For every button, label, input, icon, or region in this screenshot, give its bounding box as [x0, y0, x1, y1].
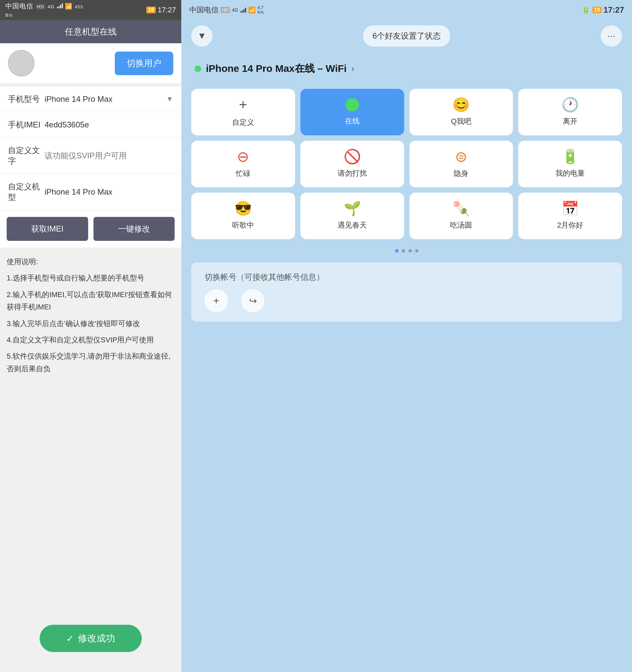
online-indicator [195, 66, 201, 72]
spring-icon: 🌱 [344, 201, 361, 216]
tangyuan-icon: 🍡 [453, 201, 470, 216]
check-icon: ✓ [66, 633, 74, 644]
clock-icon: 🕐 [561, 98, 579, 112]
imei-label: 手机IMEI [8, 119, 45, 130]
top-bar: ▼ 6个好友设置了状态 ··· [181, 20, 632, 52]
busy-icon: ⊖ [237, 149, 249, 164]
success-button[interactable]: ✓ 修改成功 [40, 625, 142, 652]
battery-area-left: 19 17:27 [146, 6, 176, 14]
right-panel: 中国电信 HD 4G 📶 4.7K/s 🔋 19 17:27 ▼ 6个好友设置了… [181, 0, 632, 672]
status-label-dnd: 请勿打扰 [338, 168, 367, 178]
status-label-listening: 听歌中 [232, 220, 254, 230]
friends-status-button[interactable]: 6个好友设置了状态 [363, 25, 450, 47]
instructions-step4: 4.自定义文字和自定义机型仅SVIP用户可使用 [7, 334, 175, 346]
dot-4[interactable] [415, 249, 418, 253]
wifi-icon-left: 📶 [65, 3, 73, 10]
user-section: 切换用户 [0, 43, 181, 83]
smiley-icon: 😊 [453, 98, 470, 112]
instructions-step3: 3.输入完毕后点击'确认修改'按钮即可修改 [7, 317, 175, 330]
custom-model-input[interactable] [45, 187, 173, 197]
status-bar-right: 中国电信 HD 4G 📶 4.7K/s 🔋 19 17:27 [181, 0, 632, 20]
status-item-hidden[interactable]: ⊜ 隐身 [410, 141, 513, 187]
listening-icon: 😎 [235, 201, 252, 216]
device-status-bar[interactable]: iPhone 14 Pro Max在线 – WiFi › [181, 52, 632, 82]
status-item-custom[interactable]: + 自定义 [191, 89, 295, 136]
status-item-listening[interactable]: 😎 听歌中 [191, 193, 295, 239]
custom-text-label: 自定义文字 [8, 145, 45, 166]
battery-badge-left: 19 [146, 7, 156, 13]
instructions-title: 使用说明: [7, 256, 175, 268]
dot-1[interactable] [395, 249, 398, 253]
action-buttons: 获取IMEI 一键修改 [0, 210, 181, 247]
account-buttons: + ↪ [204, 289, 609, 312]
success-section: ✓ 修改成功 [0, 618, 181, 672]
more-button[interactable]: ··· [601, 25, 622, 47]
status-item-battery[interactable]: 🔋 我的电量 [518, 141, 622, 187]
device-status-text: iPhone 14 Pro Max在线 – WiFi [206, 62, 347, 75]
battery-icon-right: 🔋 [581, 6, 590, 14]
avatar [8, 50, 34, 76]
speed-right: 4.7K/s [258, 5, 264, 15]
left-panel: 中国电信 HD 4G 📶 453B/s 19 17:27 任意机型在线 切换用户… [0, 0, 181, 672]
dot-2[interactable] [402, 249, 405, 253]
instructions-step2: 2.输入手机的IMEI,可以点击'获取IMEI'按钮查看如何获得手机IMEI [7, 288, 175, 313]
more-icon: ··· [607, 31, 615, 41]
switch-account-section: 切换帐号（可接收其他帐号信息） + ↪ [191, 263, 622, 322]
status-label-custom: 自定义 [232, 117, 254, 127]
online-dot-icon [346, 98, 359, 112]
plus-icon: + [239, 97, 247, 113]
battery-area-right: 🔋 19 17:27 [581, 5, 624, 15]
down-button[interactable]: ▼ [191, 25, 213, 47]
custom-model-label: 自定义机型 [8, 181, 45, 202]
success-label: 修改成功 [78, 632, 115, 645]
app-title: 任意机型在线 [65, 26, 117, 38]
carrier-left: 中国电信 HD 4G 📶 453B/s [5, 2, 83, 18]
status-item-dnd[interactable]: 🚫 请勿打扰 [300, 141, 404, 187]
signal-icon-right [240, 7, 246, 13]
status-item-qme[interactable]: 😊 Q我吧 [410, 89, 513, 136]
custom-text-row: 自定义文字 [0, 138, 181, 174]
phone-model-dropdown-arrow[interactable]: ▼ [166, 95, 173, 103]
dot-3[interactable] [409, 249, 412, 253]
phone-model-input[interactable] [45, 95, 163, 104]
battery-badge-right: 19 [592, 7, 602, 13]
instructions-section: 使用说明: 1.选择手机型号或自行输入想要的手机型号 2.输入手机的IMEI,可… [0, 247, 181, 618]
time-right: 17:27 [604, 5, 624, 15]
status-item-away[interactable]: 🕐 离开 [518, 89, 622, 136]
chevron-down-icon: ▼ [197, 31, 206, 41]
status-item-spring[interactable]: 🌱 遇见春天 [300, 193, 404, 239]
add-account-button[interactable]: + [204, 289, 228, 312]
status-item-tangyuan[interactable]: 🍡 吃汤圆 [410, 193, 513, 239]
status-label-february: 2月你好 [557, 220, 583, 230]
pagination-dots [181, 246, 632, 256]
instructions-step5: 5.软件仅供娱乐交流学习,请勿用于非法和商业途径,否则后果自负 [7, 350, 175, 375]
app-title-bar: 任意机型在线 [0, 20, 181, 43]
status-label-qme: Q我吧 [451, 116, 471, 126]
dnd-icon: 🚫 [344, 150, 361, 164]
wifi-icon-right: 📶 [248, 6, 256, 14]
imei-input[interactable] [45, 120, 173, 129]
one-key-modify-button[interactable]: 一键修改 [94, 217, 175, 241]
status-bar-left: 中国电信 HD 4G 📶 453B/s 19 17:27 [0, 0, 181, 20]
imei-row: 手机IMEI [0, 112, 181, 138]
carrier-right: 中国电信 HD 4G 📶 4.7K/s [189, 5, 264, 15]
status-item-busy[interactable]: ⊖ 忙碌 [191, 141, 295, 187]
status-label-spring: 遇见春天 [338, 220, 367, 230]
custom-model-row: 自定义机型 [0, 174, 181, 210]
logout-account-button[interactable]: ↪ [241, 289, 264, 312]
phone-model-row: 手机型号 ▼ [0, 87, 181, 112]
logout-icon: ↪ [249, 295, 257, 306]
february-icon: 📅 [561, 201, 579, 216]
status-label-busy: 忙碌 [236, 169, 250, 178]
switch-user-button[interactable]: 切换用户 [115, 52, 173, 75]
status-label-hidden: 隐身 [454, 169, 468, 178]
status-label-online: 在线 [345, 116, 360, 126]
instructions-step1: 1.选择手机型号或自行输入想要的手机型号 [7, 272, 175, 284]
status-item-february[interactable]: 📅 2月你好 [518, 193, 622, 239]
custom-text-input[interactable] [45, 151, 173, 160]
status-label-battery: 我的电量 [556, 168, 585, 178]
status-item-online[interactable]: 在线 [300, 89, 404, 136]
get-imei-button[interactable]: 获取IMEI [7, 217, 88, 241]
status-label-away: 离开 [563, 116, 578, 126]
form-section: 手机型号 ▼ 手机IMEI 自定义文字 自定义机型 [0, 87, 181, 210]
